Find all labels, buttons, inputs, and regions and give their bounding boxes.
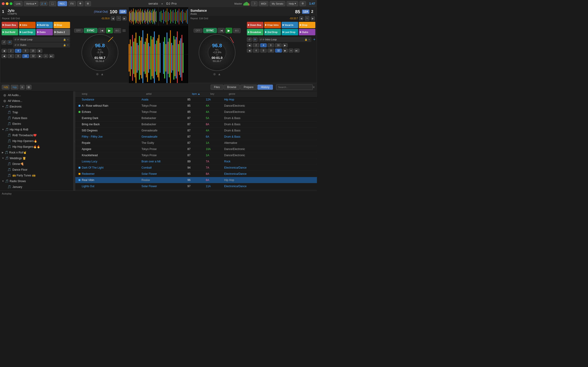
deck-2-bj2-4[interactable]: 4 [253, 49, 259, 52]
sidebar-hiphop[interactable]: ▼ 🎵 Hip Hop & RnB [0, 127, 73, 132]
deck-2-bj-4[interactable]: 4 [260, 43, 267, 47]
deck-2-bj-next[interactable]: ▶ [283, 43, 288, 47]
sidebar-item-future-bass[interactable]: 🎵 Future Bass [6, 115, 73, 121]
deck-1-bj-2[interactable]: 2 [8, 49, 14, 53]
maximize-button[interactable] [10, 2, 12, 5]
deck-2-return-btn[interactable]: |◀ [218, 28, 225, 33]
sidebar-electronic[interactable]: ▼ 🎵 Electronic [0, 104, 73, 109]
midi-button[interactable]: MIDI [259, 1, 268, 6]
sidebar-weddings[interactable]: ▼ 🎵 Weddings 👸 [0, 155, 73, 161]
table-row[interactable]: Real VibinRealax968AHip Hop [75, 177, 317, 183]
deck-2-bj-16[interactable]: 16 [275, 43, 282, 47]
deck-1-loop-2-close[interactable]: ✕ [67, 44, 69, 46]
help-button[interactable]: Help ▾ [287, 1, 298, 6]
sidebar-item-all-videos[interactable]: ◎ All Videos... [0, 98, 73, 104]
table-row[interactable]: RedeemerSolar Flower958AElectronica/Danc… [75, 171, 317, 177]
minimize-button[interactable] [6, 2, 9, 5]
deck-1-bj-prev[interactable]: ◀ [2, 49, 7, 53]
deck-2-cue-5[interactable]: Breakdow [247, 29, 263, 35]
deck-1-play-btn[interactable]: ▶ [106, 28, 113, 33]
deck-1-cue-5[interactable]: 2nd Build [2, 29, 18, 35]
deck-2-bj2-16[interactable]: 16 [268, 49, 274, 52]
deck-1-platter[interactable]: 96.8 REL -3.2% ±8 01:58.7 01:55.6 [82, 34, 118, 71]
table-row[interactable]: RoyaleThe Guilty871AAlternative [75, 140, 317, 146]
deck-1-loop-repeat[interactable]: ↺ [2, 40, 6, 44]
deck-2-bj-prev[interactable]: ◀ [247, 43, 252, 47]
deck-2-bj2-8[interactable]: 8 [260, 49, 267, 52]
tab-browse[interactable]: Browse [224, 85, 240, 90]
list-view-button[interactable]: ≡ [20, 85, 25, 90]
deck-1-cue-6[interactable]: Last Drop [19, 29, 35, 35]
deck-2-cue-6[interactable]: 2nd Drop [264, 29, 281, 35]
deck-2-swap-btn[interactable]: ⇔ [289, 49, 293, 52]
table-row[interactable]: SundanceAsala8512AHip Hop [75, 97, 317, 103]
table-row[interactable]: A - Rose without RainTokyo Prose854ADanc… [75, 103, 317, 109]
deck-1-bj-16[interactable]: 16 [30, 49, 36, 53]
deck-2-cue-2[interactable]: 8 bar Intro [264, 22, 281, 28]
deck-2-loop-1-close[interactable]: ✕ [308, 38, 310, 41]
deck-1-up-icon[interactable]: ▲ [101, 72, 104, 76]
deck-2-loop-sync[interactable]: ⟳ [253, 37, 258, 42]
table-row[interactable]: Filthy - Filthy JoeGrenadesafe876ADrum &… [75, 134, 317, 140]
deck-1-bj2-16[interactable]: 16 [22, 54, 29, 58]
sidebar-item-january[interactable]: 🎵 January [6, 184, 73, 190]
deck-1-bj2-4[interactable]: 4 [8, 54, 14, 58]
sidebar-item-electro[interactable]: 🎵 Electro [6, 121, 73, 127]
add-folder-button[interactable]: +🗂 [11, 85, 18, 90]
deck-1-cue-8[interactable]: Outro 2 [53, 29, 70, 35]
deck-1-off-btn[interactable]: OFF [74, 29, 83, 33]
deck-2-wave-btn[interactable]: 〜 [305, 16, 309, 21]
deck-1-bj2-next[interactable]: ▶ [37, 54, 43, 58]
table-row[interactable]: EchoesTokyo Prose854ADance/Electronic [75, 109, 317, 115]
col-bpm-header[interactable]: bpm ▲ [192, 92, 210, 95]
layout-button[interactable]: Vertical ▾ [24, 1, 38, 6]
sidebar-item-hiphop-openers[interactable]: 🎵 Hip Hop Openers🔥 [6, 138, 73, 144]
deck-1-bj2-32[interactable]: 32 [30, 54, 36, 58]
deck-1-swap-btn[interactable]: ⇔ [43, 54, 48, 58]
deck-1-loop-2[interactable]: ↺ ⟳ Outro 🔒 ✕ [13, 42, 70, 48]
table-row[interactable]: Evening DarkBobabacker875ADrum & Bass [75, 115, 317, 121]
deck-1-bj-4[interactable]: 4 [15, 49, 21, 53]
tab-history[interactable]: History [258, 85, 273, 90]
deck-2-add-loop[interactable]: + [313, 37, 315, 42]
deck-2-loop-1[interactable]: ↺ ⟳ Intro Loop 🔒 ✕ [258, 37, 311, 42]
deck-2-bj-2[interactable]: 2 [253, 43, 259, 47]
deck-2-bj2-next[interactable]: ▶ [283, 49, 288, 52]
deck-1-repeat[interactable]: Repeat [2, 17, 9, 20]
deck-1-loop-sync[interactable]: ⟳ [7, 40, 12, 44]
sidebar-rocknroll[interactable]: ▶ 🎵 Rock n Roll🤘 [0, 150, 73, 155]
table-row[interactable]: Dark Of The LightComball947AElectronica/… [75, 165, 317, 171]
link-button[interactable]: Link [14, 1, 23, 6]
table-row[interactable]: Loosey LucyBrain over a hill897ARock [75, 158, 317, 165]
sidebar-item-all-audio[interactable]: ◎ All Audio... [0, 92, 73, 98]
col-key-header[interactable]: key [210, 92, 229, 95]
deck-1-prev-btn[interactable]: ◀ [111, 17, 115, 20]
deck-2-cue-4[interactable]: Drop [299, 22, 315, 28]
deck-2-vinyl-icon[interactable]: ⊕ [213, 72, 216, 76]
deck-1-cue-3[interactable]: Build Up [36, 22, 53, 28]
sidebar-radio-shows[interactable]: ▼ 🎵 Radio Shows [0, 178, 73, 184]
grid-view-button[interactable]: ⊞ [26, 85, 32, 90]
deck-2-cue-3[interactable]: Vocal In [282, 22, 298, 28]
sidebar-item-dinner[interactable]: 🎵 Dinner🍕 [6, 161, 73, 167]
deck-1-cue-1[interactable]: Down Bea [2, 22, 18, 28]
deck-2-edit-grid[interactable]: Edit Grid [199, 17, 208, 20]
autoplay-label[interactable]: Autoplay [2, 192, 12, 195]
sidebar-item-party-tunes[interactable]: 🎵 🙌 Party Tunes 🙌 [6, 173, 73, 178]
col-song-header[interactable]: song [82, 92, 146, 95]
deck-2-sync-btn[interactable]: SYNC [203, 28, 217, 33]
deck-2-off-btn[interactable]: OFF [194, 29, 202, 33]
add-crate-button[interactable]: +🗃 [2, 85, 9, 90]
deck-1-cue-2[interactable]: Intro [19, 22, 35, 28]
table-row[interactable]: 500 DegreesGrenadesafe874ADrum & Bass [75, 127, 317, 134]
deck-2-cue-7[interactable]: Last Drop [282, 29, 298, 35]
deck-1-cue-7[interactable]: Outro [36, 29, 53, 35]
moon-button[interactable]: ☽ [251, 1, 258, 6]
sidebar-item-trap[interactable]: 🎵 Trap [6, 109, 73, 115]
deck-2-bj2-prev[interactable]: ◀ [247, 49, 252, 52]
deck-2-platter[interactable]: 96.8 REL +13.9% ±8 00:01.0 03:33.7 [199, 34, 235, 71]
myserato-button[interactable]: My Serato [270, 1, 285, 6]
deck-1-bj-8[interactable]: 8 [22, 49, 29, 53]
move-button[interactable]: ✥ [77, 1, 83, 6]
deck-1-bj2-prev[interactable]: ◀ [2, 54, 7, 58]
